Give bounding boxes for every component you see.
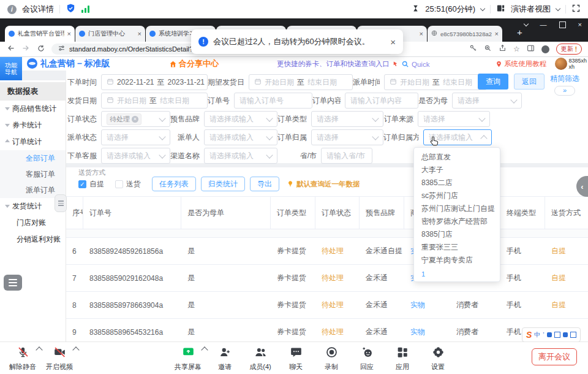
toolbar-item-record[interactable]: 录制 bbox=[314, 346, 349, 372]
side-panel-icon[interactable] bbox=[527, 44, 535, 55]
forward-icon[interactable] bbox=[21, 44, 31, 55]
search-button[interactable]: 查询 bbox=[478, 74, 508, 90]
table-row[interactable]: 783858859029162048a是券卡提货待处理金禾通实物消费者手机自提 bbox=[66, 265, 588, 292]
zoom-icon[interactable] bbox=[484, 44, 492, 55]
select-field-订单来源[interactable]: 请选择 bbox=[418, 111, 490, 127]
pickup-checkbox[interactable]: ✓ bbox=[78, 180, 86, 188]
invite-icon[interactable] bbox=[219, 346, 232, 361]
pickup-label[interactable]: 自提 bbox=[89, 179, 104, 189]
toolbar-item-settings[interactable]: 设置 bbox=[420, 346, 456, 372]
reload-icon[interactable] bbox=[37, 44, 45, 55]
ime-voice-icon[interactable] bbox=[547, 332, 552, 337]
toolbar-button-settings[interactable]: 设置 bbox=[420, 346, 456, 372]
sidebar-item-订单统计[interactable]: 订单统计 bbox=[0, 134, 66, 150]
daterange-field-发货日期[interactable]: 开始日期至结束日期 bbox=[101, 93, 208, 109]
delivery-label[interactable]: 送货 bbox=[126, 179, 141, 189]
ime-punct-icon[interactable]: ’ bbox=[543, 332, 544, 338]
browser-update-button[interactable]: 更新! bbox=[556, 44, 582, 55]
toolbar-item-members[interactable]: 成员(4) bbox=[243, 346, 278, 372]
members-icon[interactable] bbox=[254, 346, 267, 361]
toast-close-icon[interactable]: × bbox=[390, 37, 396, 47]
toolbar-item-invite[interactable]: 邀请 bbox=[207, 346, 243, 372]
select-field-订单归属[interactable]: 请选择 bbox=[311, 129, 383, 145]
floating-menu-button[interactable] bbox=[4, 275, 22, 291]
chat-icon[interactable] bbox=[290, 346, 303, 361]
toolbar-button-apps[interactable]: 应用 bbox=[385, 346, 420, 372]
dropdown-option[interactable]: 苏州门店测试上门自提 bbox=[414, 202, 500, 215]
toolbar-item-mute[interactable]: 解除静音 bbox=[5, 346, 42, 372]
ime-keyboard-icon[interactable] bbox=[554, 332, 560, 338]
network-signal-icon[interactable] bbox=[81, 6, 89, 13]
tab-close-icon[interactable]: × bbox=[495, 30, 499, 37]
settings-icon[interactable] bbox=[432, 346, 445, 361]
dropdown-option[interactable]: 宁夏羊肉专卖店 bbox=[414, 254, 500, 267]
ime-toolbox-icon[interactable] bbox=[570, 332, 576, 338]
dropdown-option[interactable]: 大李子 bbox=[414, 164, 500, 177]
toolbar-item-share[interactable]: 共享屏幕 bbox=[170, 346, 207, 372]
select-field-渠道名称[interactable]: 请选择或输入 bbox=[204, 148, 277, 164]
window-minimize-icon[interactable]: — bbox=[540, 21, 547, 28]
view-dropdown-icon[interactable] bbox=[556, 6, 560, 10]
select-field-订单状态[interactable]: 待处理× bbox=[101, 111, 170, 127]
select-field-下单客服[interactable]: 请选择或输入 bbox=[101, 148, 170, 164]
toolbar-button-chat[interactable]: 聊天 bbox=[278, 346, 314, 372]
view-mode-label[interactable]: 演讲者视图 bbox=[511, 4, 551, 15]
tab-close-icon[interactable]: × bbox=[420, 30, 423, 37]
tab-close-icon[interactable]: × bbox=[138, 30, 141, 37]
back-button[interactable]: 返回 bbox=[514, 74, 545, 90]
window-close-icon[interactable]: × bbox=[578, 21, 582, 28]
dropdown-option[interactable]: 重要张三三 bbox=[414, 241, 500, 254]
password-key-icon[interactable] bbox=[469, 44, 477, 55]
select-field-订单类型[interactable]: 请选择 bbox=[311, 111, 383, 127]
react-icon[interactable] bbox=[361, 346, 374, 361]
ime-mode-icon[interactable]: 中 bbox=[534, 330, 540, 339]
leave-meeting-button[interactable]: 离开会议 bbox=[532, 348, 577, 365]
mute-icon[interactable] bbox=[17, 346, 29, 361]
dropdown-option[interactable]: 密特罗德水产经营部 bbox=[414, 215, 500, 228]
ime-skin-icon[interactable] bbox=[563, 332, 568, 337]
toolbar-button-react[interactable]: 回应 bbox=[349, 346, 385, 372]
text-input-订单内容[interactable]: 请输入订单内容 bbox=[345, 93, 418, 109]
sidebar-item-分销返利对账[interactable]: 分销返利对账 bbox=[0, 231, 66, 248]
toolbar-item-chat[interactable]: 聊天 bbox=[278, 346, 314, 372]
share-icon[interactable] bbox=[182, 346, 195, 361]
sidebar-item-商品销售统计[interactable]: 商品销售统计 bbox=[0, 101, 66, 117]
window-maximize-icon[interactable] bbox=[559, 21, 566, 28]
dropdown-option[interactable]: 8385门店 bbox=[414, 228, 500, 241]
daterange-field-期望发货日期[interactable]: 开始日期至结束日期 bbox=[249, 74, 353, 90]
fullscreen-icon[interactable] bbox=[571, 4, 581, 15]
apps-icon[interactable] bbox=[396, 346, 409, 361]
tutorial-link[interactable]: 系统使用教程 bbox=[496, 59, 546, 69]
browser-tab[interactable]: e8c573980b1328a258fd2e6× bbox=[428, 26, 502, 42]
meeting-details-label[interactable]: 会议详情 bbox=[22, 4, 54, 15]
button-归类统计[interactable]: 归类统计 bbox=[201, 177, 245, 191]
toolbar-button-members[interactable]: 成员(4) bbox=[243, 346, 278, 372]
video-icon[interactable] bbox=[53, 346, 66, 361]
toolbar-item-apps[interactable]: 应用 bbox=[385, 346, 420, 372]
dropdown-option[interactable]: sc苏州门店 bbox=[414, 189, 500, 202]
site-settings-icon[interactable] bbox=[58, 44, 66, 55]
share-page-icon[interactable] bbox=[499, 44, 507, 55]
record-icon[interactable] bbox=[325, 346, 338, 361]
meeting-info-icon[interactable]: i bbox=[7, 5, 17, 14]
tab-search-icon[interactable] bbox=[523, 21, 528, 26]
text-input-订单号[interactable]: 请输入订单号 bbox=[234, 93, 312, 109]
sidebar-subitem-全部订单[interactable]: 全部订单 bbox=[0, 150, 66, 166]
table-row[interactable]: 683858924859261856a是券卡提货待处理金禾通自提实物消费者手机自… bbox=[66, 238, 588, 265]
dropdown-page-number[interactable]: 1 bbox=[414, 267, 500, 278]
collapse-pill-icon[interactable]: » bbox=[554, 86, 575, 96]
table-row[interactable]: 983858858965453216a是券卡提货待处理金禾通实物消费者手机自提 bbox=[66, 319, 588, 342]
new-tab-button[interactable]: + bbox=[517, 25, 522, 40]
security-shield-icon[interactable] bbox=[66, 3, 76, 16]
function-nav-button[interactable]: 功能导航 bbox=[0, 57, 22, 80]
daterange-field-下单时间[interactable]: 2022-11-21至2023-11-21 bbox=[101, 74, 208, 90]
table-row[interactable]: 883858858978663904a是券卡提货待处理金禾通实物消费者手机自提 bbox=[66, 292, 588, 319]
toolbar-button-record[interactable]: 录制 bbox=[314, 346, 349, 372]
dropdown-option[interactable]: 总部直发 bbox=[414, 151, 500, 164]
button-导出[interactable]: 导出 bbox=[250, 177, 279, 191]
toolbar-item-react[interactable]: 回应 bbox=[349, 346, 385, 372]
text-input-省/市[interactable]: 请输入省/市 bbox=[321, 148, 372, 164]
table-scroll-band[interactable] bbox=[66, 229, 588, 238]
tag-remove-icon[interactable]: × bbox=[132, 116, 138, 123]
sidebar-collapse-handle[interactable] bbox=[55, 194, 67, 212]
